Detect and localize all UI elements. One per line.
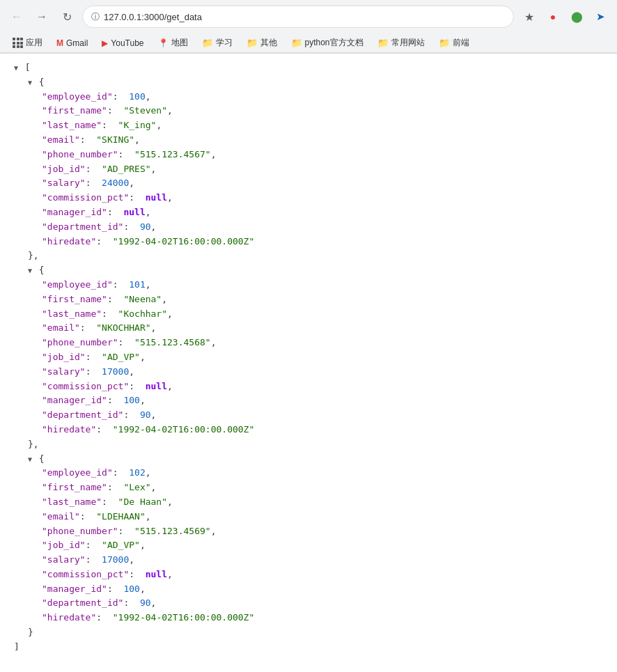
emp3-first-name-key: "first_name": [42, 482, 107, 492]
bookmark-python-label: python官方文档: [305, 37, 364, 49]
emp1-phone-val: "515.123.4567": [134, 149, 211, 159]
emp2-jobid-val: "AD_VP": [102, 352, 140, 362]
emp2-commission-val: null: [146, 381, 167, 391]
extension-2-button[interactable]: ⬤: [567, 7, 586, 26]
bookmark-star-button[interactable]: ★: [520, 7, 539, 26]
folder-icon-other: 📁: [247, 38, 258, 48]
bookmark-python[interactable]: 📁 python官方文档: [286, 36, 369, 50]
apps-icon: [13, 38, 23, 48]
emp2-commission-key: "commission_pct": [42, 381, 129, 391]
emp1-employee-id-key: "employee_id": [42, 91, 113, 102]
emp1-deptid-val: 90: [140, 221, 151, 232]
emp3-deptid-key: "department_id": [42, 597, 123, 608]
emp3-jobid-val: "AD_VP": [102, 540, 140, 550]
bookmark-youtube-label: YouTube: [111, 38, 143, 48]
emp3-hiredate-val: "1992-04-02T16:00:00.000Z": [113, 612, 255, 623]
folder-icon-frontend: 📁: [439, 38, 450, 48]
emp3-employee-id-key: "employee_id": [42, 467, 113, 478]
emp1-employee-id-val: 100: [129, 91, 145, 102]
bookmark-maps-label: 地图: [171, 37, 188, 49]
emp3-phone-key: "phone_number": [42, 526, 118, 536]
emp1-managerid-val: null: [123, 207, 145, 217]
bookmark-common-label: 常用网站: [391, 37, 425, 49]
emp3-managerid-val: 100: [123, 584, 139, 594]
emp1-managerid-key: "manager_id": [42, 207, 107, 217]
back-button[interactable]: ←: [7, 7, 26, 26]
emp1-hiredate-val: "1992-04-02T16:00:00.000Z": [113, 236, 255, 247]
extension-1-button[interactable]: ●: [543, 7, 563, 26]
emp1-email-key: "email": [42, 134, 80, 145]
emp3-deptid-val: 90: [140, 597, 151, 608]
emp2-hiredate-val: "1992-04-02T16:00:00.000Z": [113, 424, 255, 435]
emp3-open-brace: {: [39, 453, 45, 464]
emp2-last-name-key: "last_name": [42, 308, 102, 319]
bookmark-other[interactable]: 📁 其他: [241, 36, 283, 50]
emp1-toggle[interactable]: ▼: [28, 79, 32, 86]
emp1-deptid-key: "department_id": [42, 221, 123, 232]
reload-button[interactable]: ↻: [57, 7, 77, 26]
emp1-close-brace: },: [28, 250, 39, 260]
bookmark-learn-label: 学习: [216, 37, 233, 49]
emp2-employee-id-val: 101: [129, 279, 145, 290]
emp2-phone-val: "515.123.4568": [134, 337, 211, 347]
emp2-salary-key: "salary": [42, 366, 86, 377]
emp3-employee-id-val: 102: [129, 467, 145, 478]
bookmark-learn[interactable]: 📁 学习: [196, 36, 238, 50]
url-text: 127.0.0.1:3000/get_data: [104, 12, 505, 22]
emp1-email-val: "SKING": [96, 134, 134, 145]
emp2-jobid-key: "job_id": [42, 352, 86, 362]
browser-toolbar: ← → ↻ ⓘ 127.0.0.1:3000/get_data ★ ● ⬤ ➤: [0, 0, 617, 33]
emp2-managerid-key: "manager_id": [42, 395, 107, 405]
emp2-first-name-key: "first_name": [42, 294, 107, 304]
root-close-bracket: ]: [14, 641, 19, 652]
emp2-last-name-val: "Kochhar": [118, 308, 167, 319]
bookmark-maps[interactable]: 📍 地图: [153, 36, 194, 50]
emp1-commission-val: null: [146, 192, 167, 203]
emp3-phone-val: "515.123.4569": [134, 526, 211, 536]
emp1-jobid-key: "job_id": [42, 164, 86, 174]
address-bar[interactable]: ⓘ 127.0.0.1:3000/get_data: [82, 6, 514, 28]
folder-icon-python: 📁: [291, 38, 302, 48]
emp1-first-name-val: "Steven": [123, 105, 167, 116]
extension-3-button[interactable]: ➤: [591, 7, 610, 26]
browser-chrome: ← → ↻ ⓘ 127.0.0.1:3000/get_data ★ ● ⬤ ➤: [0, 0, 617, 54]
emp2-hiredate-key: "hiredate": [42, 424, 96, 435]
emp2-toggle[interactable]: ▼: [28, 267, 32, 274]
emp3-hiredate-key: "hiredate": [42, 612, 96, 623]
emp3-jobid-key: "job_id": [42, 540, 86, 550]
forward-button[interactable]: →: [32, 7, 52, 26]
bookmark-frontend[interactable]: 📁 前端: [433, 36, 475, 50]
emp1-last-name-key: "last_name": [42, 120, 102, 130]
emp3-managerid-key: "manager_id": [42, 584, 107, 594]
emp1-phone-key: "phone_number": [42, 149, 118, 159]
emp2-employee-id-key: "employee_id": [42, 279, 113, 290]
json-content: ▼ [ ▼ { "employee_id": 100, "first_name"…: [0, 54, 617, 662]
emp3-close-brace: }: [28, 627, 33, 637]
emp1-salary-key: "salary": [42, 178, 86, 188]
emp3-commission-val: null: [146, 569, 167, 579]
bookmark-apps[interactable]: 应用: [7, 36, 48, 50]
emp1-first-name-key: "first_name": [42, 105, 107, 116]
emp1-hiredate-key: "hiredate": [42, 236, 96, 247]
emp1-salary-val: 24000: [102, 178, 129, 188]
emp1-last-name-val: "K_ing": [118, 120, 157, 130]
emp3-toggle[interactable]: ▼: [28, 455, 32, 463]
emp2-first-name-val: "Neena": [123, 294, 162, 304]
bookmark-gmail[interactable]: M Gmail: [51, 37, 93, 49]
emp2-managerid-val: 100: [123, 395, 139, 405]
emp2-email-key: "email": [42, 322, 80, 333]
emp2-open-brace: {: [39, 265, 45, 275]
youtube-icon: ▶: [102, 38, 108, 48]
toolbar-icons: ★ ● ⬤ ➤: [520, 7, 610, 26]
folder-icon-learn: 📁: [202, 38, 213, 48]
emp2-close-brace: },: [28, 439, 39, 449]
maps-icon: 📍: [158, 38, 169, 48]
emp2-deptid-key: "department_id": [42, 409, 123, 420]
emp1-jobid-val: "AD_PRES": [102, 164, 150, 174]
root-toggle[interactable]: ▼: [14, 64, 18, 72]
emp2-email-val: "NKOCHHAR": [96, 322, 150, 333]
bookmark-youtube[interactable]: ▶ YouTube: [96, 37, 149, 49]
bookmark-common[interactable]: 📁 常用网站: [372, 36, 430, 50]
emp3-email-key: "email": [42, 511, 80, 522]
emp1-open-brace: {: [39, 77, 45, 87]
